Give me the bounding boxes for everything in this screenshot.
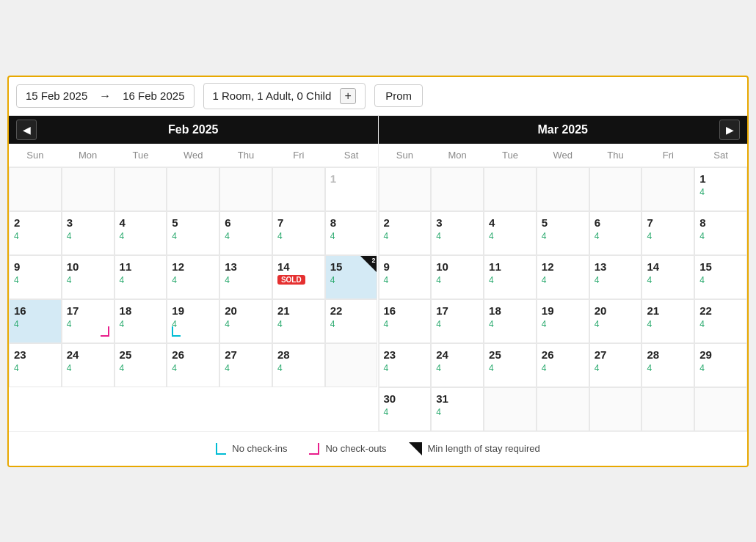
- day-number: 22: [699, 304, 712, 318]
- table-row[interactable]: 124: [537, 255, 589, 299]
- table-row[interactable]: 234: [9, 343, 62, 387]
- table-row[interactable]: 14: [694, 167, 747, 211]
- table-row[interactable]: 294: [694, 343, 747, 387]
- table-row[interactable]: 114: [484, 255, 537, 299]
- table-row[interactable]: 84: [325, 211, 378, 255]
- table-row[interactable]: 174: [431, 299, 484, 343]
- day-number: 21: [277, 304, 290, 318]
- price: 4: [225, 231, 230, 241]
- table-row[interactable]: 264: [537, 343, 589, 387]
- day-number: 11: [120, 260, 132, 274]
- table-row[interactable]: 64: [589, 211, 642, 255]
- day-number: 19: [542, 304, 554, 318]
- day-number: 25: [489, 348, 501, 362]
- table-row[interactable]: 224: [325, 299, 378, 343]
- table-row[interactable]: 284: [641, 343, 694, 387]
- table-row[interactable]: 314: [431, 387, 484, 431]
- day-number: 5: [172, 216, 178, 230]
- table-row[interactable]: 74: [272, 211, 325, 255]
- price: 4: [14, 231, 19, 241]
- price: 4: [647, 231, 652, 241]
- table-row[interactable]: 264: [167, 343, 219, 387]
- table-row[interactable]: 304: [379, 387, 432, 431]
- table-row[interactable]: 24: [379, 211, 432, 255]
- price: 4: [225, 275, 230, 285]
- day-number: 10: [67, 260, 79, 274]
- table-row[interactable]: 34: [62, 211, 115, 255]
- table-row[interactable]: 204: [589, 299, 642, 343]
- promo-button[interactable]: Prom: [374, 84, 423, 107]
- table-row[interactable]: 234: [379, 343, 432, 387]
- table-row[interactable]: 34: [431, 211, 484, 255]
- day-number: 7: [647, 216, 653, 230]
- table-row[interactable]: 164: [9, 299, 62, 343]
- table-row[interactable]: 254: [484, 343, 537, 387]
- day-number: 18: [120, 304, 132, 318]
- table-row[interactable]: 244: [62, 343, 115, 387]
- table-row[interactable]: 204: [219, 299, 272, 343]
- table-row[interactable]: 74: [641, 211, 694, 255]
- table-row[interactable]: 244: [431, 343, 484, 387]
- table-row[interactable]: 184: [115, 299, 167, 343]
- table-row[interactable]: 14SOLD: [272, 255, 325, 299]
- day-number: 15: [330, 260, 343, 274]
- table-row[interactable]: 214: [272, 299, 325, 343]
- table-row[interactable]: 194: [537, 299, 589, 343]
- day-number: 6: [225, 216, 230, 230]
- day-number: 12: [542, 260, 554, 274]
- price: 4: [647, 363, 652, 373]
- day-number: 21: [647, 304, 659, 318]
- table-row[interactable]: 64: [219, 211, 272, 255]
- table-row[interactable]: 134: [219, 255, 272, 299]
- table-row[interactable]: 174: [62, 299, 115, 343]
- table-row[interactable]: 184: [484, 299, 537, 343]
- table-row[interactable]: 154: [694, 255, 747, 299]
- table-row[interactable]: 54: [537, 211, 589, 255]
- table-row[interactable]: 224: [694, 299, 747, 343]
- top-bar: 15 Feb 2025 → 16 Feb 2025 1 Room, 1 Adul…: [9, 77, 747, 116]
- price: 4: [67, 275, 72, 285]
- price: 4: [542, 275, 547, 285]
- day-number: 31: [436, 392, 448, 406]
- table-row[interactable]: 134: [589, 255, 642, 299]
- table-row[interactable]: 1: [325, 167, 378, 211]
- table-row[interactable]: 24: [9, 211, 62, 255]
- room-selector[interactable]: 1 Room, 1 Adult, 0 Child +: [203, 83, 366, 109]
- prev-month-button[interactable]: ◀: [16, 120, 37, 140]
- legend-no-checkout: No check-outs: [309, 443, 386, 455]
- add-room-button[interactable]: +: [340, 88, 356, 104]
- table-row: [219, 167, 272, 211]
- date-range-selector[interactable]: 15 Feb 2025 → 16 Feb 2025: [16, 84, 195, 108]
- price: 4: [172, 275, 177, 285]
- table-row[interactable]: 284: [272, 343, 325, 387]
- day-number: 1: [699, 172, 705, 186]
- price: 4: [277, 231, 283, 241]
- price: 4: [277, 319, 283, 329]
- table-row[interactable]: 114: [115, 255, 167, 299]
- table-row[interactable]: 214: [641, 299, 694, 343]
- table-row[interactable]: 54: [167, 211, 219, 255]
- table-row[interactable]: 254: [115, 343, 167, 387]
- price: 4: [172, 319, 177, 329]
- day-number: 24: [436, 348, 448, 362]
- table-row[interactable]: 194: [167, 299, 219, 343]
- feb-calendar: ◀ Feb 2025 SunMonTueWedThuFriSat 1243444…: [9, 116, 379, 431]
- table-row: [115, 167, 167, 211]
- table-row[interactable]: 94: [9, 255, 62, 299]
- table-row[interactable]: 1542: [325, 255, 378, 299]
- table-row[interactable]: 44: [484, 211, 537, 255]
- table-row[interactable]: 144: [641, 255, 694, 299]
- table-row[interactable]: 274: [219, 343, 272, 387]
- table-row[interactable]: 44: [115, 211, 167, 255]
- table-row: [641, 387, 694, 431]
- day-number: 17: [436, 304, 448, 318]
- table-row[interactable]: 104: [62, 255, 115, 299]
- table-row[interactable]: 274: [589, 343, 642, 387]
- table-row[interactable]: 164: [379, 299, 432, 343]
- table-row[interactable]: 94: [379, 255, 432, 299]
- next-month-button[interactable]: ▶: [719, 120, 740, 140]
- table-row[interactable]: 124: [167, 255, 219, 299]
- table-row[interactable]: 84: [694, 211, 747, 255]
- table-row[interactable]: 104: [431, 255, 484, 299]
- day-number: 14: [647, 260, 659, 274]
